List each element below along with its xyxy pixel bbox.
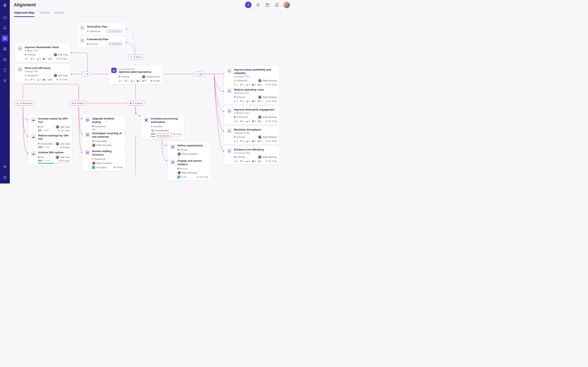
pill-sub-actions[interactable]: ▤2Actions xyxy=(155,133,172,138)
calendar-icon[interactable] xyxy=(265,2,270,8)
pill-measures[interactable]: ☁3Measures xyxy=(14,101,34,105)
gauge-icon: ☁ xyxy=(31,117,36,122)
svg-point-19 xyxy=(82,27,82,27)
target-icon: ◎ xyxy=(227,108,232,113)
card-title: Generation Plan xyxy=(87,25,123,29)
svg-rect-2 xyxy=(6,5,6,6)
svg-rect-10 xyxy=(3,58,6,60)
chip: ⚙ Marketing xyxy=(108,42,123,45)
svg-point-7 xyxy=(6,28,6,29)
pill-actions[interactable]: ▤3Actions xyxy=(69,101,86,105)
svg-rect-0 xyxy=(4,3,5,4)
notification-dot xyxy=(277,2,279,4)
card-action-staffing[interactable]: ▤ Review staffing structure OperationalP… xyxy=(82,148,125,171)
nav-alignment-icon[interactable] xyxy=(2,35,8,42)
action-icon: ▤ xyxy=(170,159,175,165)
svg-rect-3 xyxy=(4,6,5,7)
header: Alignment ☆ ⋮ + xyxy=(10,0,294,10)
app-logo xyxy=(2,2,8,8)
svg-point-23 xyxy=(81,41,82,41)
svg-point-5 xyxy=(5,26,5,27)
svg-rect-4 xyxy=(4,5,5,6)
card-drive-cost-efficiency[interactable]: ◎ Drive cost efficiencyStrategic Plan Op… xyxy=(15,64,70,83)
action-icon: ▤ xyxy=(85,132,90,137)
svg-point-15 xyxy=(5,166,6,167)
tab-timeline[interactable]: Timeline xyxy=(39,11,50,15)
card-improve-third-party[interactable]: ◎ Improve third-party engagementDistribu… xyxy=(224,106,279,124)
card-improve-shareholder-value[interactable]: ◎ Improve Shareholder ValueStrategic Pla… xyxy=(15,44,70,62)
nav-people-icon[interactable] xyxy=(2,164,8,170)
svg-point-11 xyxy=(4,80,4,80)
svg-point-16 xyxy=(3,176,6,179)
add-button[interactable]: + xyxy=(245,2,251,8)
nav-help-icon[interactable] xyxy=(2,174,8,181)
target-icon: ◎ xyxy=(17,46,23,51)
card-reduce-operating-costs[interactable]: ◎ Reduce operating costsDistribution Pla… xyxy=(224,86,279,104)
target-icon: ◎ xyxy=(227,128,232,133)
nav-present-icon[interactable] xyxy=(2,56,8,63)
svg-rect-18 xyxy=(266,4,269,6)
target-icon: ◎ xyxy=(227,88,232,93)
card-title: Commercial Plan xyxy=(87,38,123,41)
svg-point-24 xyxy=(83,41,83,41)
svg-point-20 xyxy=(81,28,82,29)
nav-branch-icon[interactable] xyxy=(2,77,8,84)
svg-rect-1 xyxy=(3,5,4,6)
gauge-icon: ☁ xyxy=(31,134,36,139)
svg-point-17 xyxy=(257,3,259,6)
card-enhance-cost-efficiency[interactable]: ◎ Enhance cost efficiencyCommercial Plan… xyxy=(224,146,279,164)
pill-projects[interactable]: ▣3Projects xyxy=(127,101,145,105)
action-icon: ▤ xyxy=(170,144,175,149)
canvas: Generation Plan Operational⚙ Operations … xyxy=(10,18,294,184)
card-measure-uptime[interactable]: ☁ Achieve 99% uptime KPIJulie Crag 90%of… xyxy=(28,149,72,166)
chip: ⚙ Operations xyxy=(107,30,123,33)
tab-explore[interactable]: Explore xyxy=(55,11,65,15)
target-icon: ◎ xyxy=(111,68,117,73)
card-optimise-plant-operations[interactable]: ◎ Commercial PlanOptimise plant operatio… xyxy=(109,66,162,84)
tree-icon xyxy=(80,38,85,43)
nav-sync-icon[interactable] xyxy=(2,67,8,73)
card-maximise-throughput[interactable]: ◎ Maximise throughputDistribution Plan F… xyxy=(224,126,279,144)
gauge-icon: ☁ xyxy=(31,151,36,156)
sidebar xyxy=(0,0,10,184)
svg-point-12 xyxy=(6,80,6,80)
action-icon: ▤ xyxy=(85,117,90,122)
svg-point-14 xyxy=(4,166,5,167)
tabs: Alignment Map Timeline Explore xyxy=(14,11,294,17)
card-engage-vendors[interactable]: ▤ Engage and assess vendors ProcessPedro… xyxy=(168,157,210,180)
pill-focus-left[interactable]: ◎6 xyxy=(82,72,90,76)
nav-home-icon[interactable] xyxy=(2,14,8,20)
page-title: Alignment xyxy=(14,2,36,8)
target-icon: ◎ xyxy=(17,67,23,72)
card-improve-plant-availability[interactable]: ◎ Improve plant availability and reliabi… xyxy=(224,66,279,88)
svg-point-22 xyxy=(82,39,82,40)
nav-dashboard-icon[interactable] xyxy=(2,46,8,52)
target-icon: ◎ xyxy=(227,148,232,153)
svg-point-6 xyxy=(4,28,4,29)
card-generation-plan[interactable]: Generation Plan Operational⚙ Operations xyxy=(77,23,125,35)
search-icon[interactable] xyxy=(255,2,261,8)
star-icon[interactable]: ☆ xyxy=(38,3,41,7)
card-commercial-plan[interactable]: Commercial Plan Financial⚙ Marketing xyxy=(77,36,125,48)
action-icon: ▤ xyxy=(85,150,90,155)
pill-plans[interactable]: ⚙2Plans xyxy=(128,55,144,59)
target-icon: ◎ xyxy=(227,68,232,73)
nav-tree-icon[interactable] xyxy=(2,25,8,31)
more-icon[interactable]: ⋮ xyxy=(43,3,47,7)
bell-icon[interactable] xyxy=(274,2,280,8)
svg-point-21 xyxy=(83,28,83,29)
user-avatar[interactable] xyxy=(283,2,290,8)
project-icon: ▣ xyxy=(144,117,149,122)
pill-focus-right[interactable]: ◎14 xyxy=(194,72,204,76)
tab-alignment-map[interactable]: Alignment Map xyxy=(14,11,34,17)
tree-icon xyxy=(80,25,85,30)
